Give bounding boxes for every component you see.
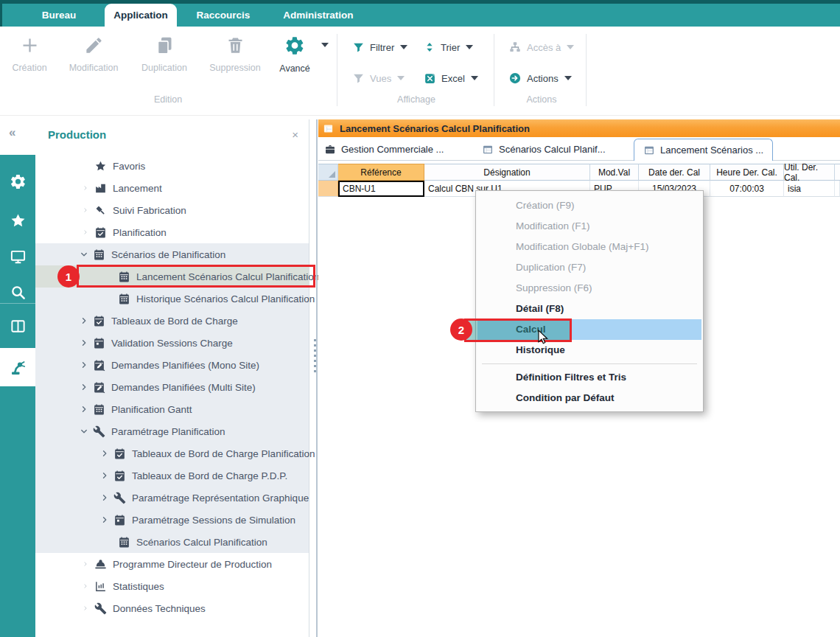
menu-item-detail[interactable]: Détail (F8)	[476, 299, 703, 319]
rail-columns-icon[interactable]	[0, 307, 35, 345]
chevron-right-icon[interactable]	[80, 361, 88, 369]
annotation-step-2: 2	[450, 318, 472, 341]
tree-item-suivi-fabrication[interactable]: Suivi Fabrication	[35, 199, 309, 221]
document-title-bar: Lancement Scénarios Calcul Planification	[318, 119, 840, 137]
chevron-right-icon[interactable]	[100, 493, 109, 502]
chevron-right-icon[interactable]	[80, 383, 88, 391]
tree-item-parametrage-planification[interactable]: Paramétrage Planification	[35, 420, 309, 442]
suppression-button[interactable]: Suppression	[204, 34, 266, 73]
doc-tab-gestion-commerciale[interactable]: Gestion Commerciale ...	[324, 139, 444, 159]
menu-item-calcul[interactable]: Calcul	[477, 319, 701, 340]
panel-splitter[interactable]	[316, 119, 318, 637]
wrench-icon	[94, 602, 107, 615]
cell-heure[interactable]: 07:00:03	[710, 181, 784, 197]
rail-search-icon[interactable]	[0, 273, 35, 311]
tree-item-planification[interactable]: Planification	[35, 221, 309, 243]
splitter-handle[interactable]	[314, 339, 316, 373]
tree-item-scenarios-calcul-planification[interactable]: Scénarios Calcul Planification	[35, 531, 309, 553]
calendar-icon	[118, 271, 130, 283]
menu-tab-raccourcis[interactable]: Raccourcis	[190, 4, 256, 27]
tree-item-tableaux-charge-planification[interactable]: Tableaux de Bord de Charge Planification	[35, 442, 309, 464]
filtrer-caret[interactable]	[400, 45, 407, 49]
chevron-right-icon[interactable]	[100, 471, 109, 480]
doc-tab-lancement-scenarios[interactable]: Lancement Scénarios ...	[634, 139, 773, 161]
menu-tab-application[interactable]: Application	[105, 4, 177, 27]
col-header-designation[interactable]: Désignation	[424, 164, 590, 181]
menu-tab-administration[interactable]: Administration	[274, 4, 363, 27]
menu-item-suppression[interactable]: Suppression (F6)	[476, 278, 703, 299]
chevron-right-icon[interactable]	[100, 449, 109, 458]
menu-item-condition-defaut[interactable]: Condition par Défaut	[476, 388, 703, 408]
modification-button[interactable]: Modification	[63, 34, 125, 73]
menu-tab-bureau[interactable]: Bureau	[29, 4, 88, 27]
excel-icon	[424, 72, 436, 85]
avance-button[interactable]: Avancé	[265, 34, 324, 74]
col-header-modval[interactable]: Mod.Val	[590, 164, 639, 181]
col-header-util[interactable]: Util. Der. Cal.	[784, 164, 835, 181]
excel-caret[interactable]	[471, 76, 478, 80]
cell-reference[interactable]: CBN-U1	[338, 181, 424, 197]
doc-tab-scenarios-calcul[interactable]: Scénarios Calcul Planif...	[482, 139, 606, 159]
acces-a-button[interactable]: Accès à	[508, 40, 574, 55]
tree-item-tableaux-charge-pdp[interactable]: Tableaux de Bord de Charge P.D.P.	[35, 464, 309, 487]
chevron-down-icon[interactable]	[80, 427, 88, 436]
tree-item-scenarios-de-planification[interactable]: Scénarios de Planification	[35, 243, 309, 265]
chevron-right-icon[interactable]	[80, 316, 88, 325]
col-header-date[interactable]: Date der. Cal	[639, 164, 710, 181]
copy-icon	[155, 35, 175, 58]
calendar-check-icon	[93, 315, 105, 327]
wrench-icon	[93, 425, 105, 438]
creation-button[interactable]: Création	[0, 34, 60, 73]
excel-button[interactable]: Excel	[424, 71, 478, 86]
tree-item-lancement[interactable]: Lancement	[35, 177, 309, 199]
tree-item-demandes-planifiees-multi[interactable]: Demandes Planifiées (Multi Site)	[35, 376, 309, 398]
cell-util[interactable]: isia	[784, 181, 835, 197]
acces-caret[interactable]	[567, 45, 574, 49]
menu-item-modification-globale[interactable]: Modification Globale (Maj+F1)	[476, 237, 703, 257]
chevron-right-icon[interactable]	[100, 515, 109, 524]
gear-icon	[284, 35, 305, 58]
collapse-panel-button[interactable]: «	[9, 125, 15, 140]
menu-item-modification[interactable]: Modification (F1)	[476, 216, 703, 237]
chevron-right-icon[interactable]	[80, 338, 88, 347]
chevron-down-icon[interactable]	[80, 250, 88, 259]
vues-caret[interactable]	[397, 76, 405, 80]
grid-select-all[interactable]	[318, 164, 338, 181]
menu-item-definition-filtres[interactable]: Définition Filtres et Tris	[476, 367, 703, 388]
menu-item-creation[interactable]: Création (F9)	[476, 195, 703, 216]
row-indicator[interactable]	[318, 181, 338, 197]
tree-item-statistiques[interactable]: Statistiques	[35, 575, 309, 597]
tree-item-favoris[interactable]: Favoris	[35, 155, 309, 177]
vues-button[interactable]: Vues	[352, 71, 405, 86]
trier-caret[interactable]	[466, 45, 473, 49]
rail-favorites-star-icon[interactable]	[0, 201, 35, 240]
wrench-icon	[113, 492, 126, 504]
briefcase-icon	[324, 144, 336, 156]
tree-item-historique-scenarios-calcul[interactable]: Historique Scénarios Calcul Planificatio…	[35, 288, 309, 310]
menu-item-duplication[interactable]: Duplication (F7)	[476, 257, 703, 278]
actions-button[interactable]: Actions	[508, 71, 572, 86]
rail-monitor-icon[interactable]	[0, 237, 35, 276]
edition-group-label: Edition	[124, 94, 212, 105]
rail-settings-wheel-icon[interactable]	[0, 162, 35, 201]
menu-item-historique[interactable]: Historique	[476, 340, 703, 361]
duplication-button[interactable]: Duplication	[133, 34, 195, 73]
trier-button[interactable]: Trier	[424, 40, 473, 55]
close-panel-icon[interactable]: ×	[292, 128, 298, 141]
tree-item-parametrage-representation[interactable]: Paramétrage Représentation Graphique	[35, 487, 309, 509]
tree-item-tableaux-bord-charge[interactable]: Tableaux de Bord de Charge	[35, 310, 309, 332]
avance-dropdown-caret[interactable]	[321, 43, 329, 47]
tree-item-donnees-techniques[interactable]: Données Techniques	[35, 597, 309, 619]
rail-robot-arm-icon[interactable]	[0, 348, 35, 386]
chevron-right-icon[interactable]	[80, 405, 88, 414]
tree-item-validation-sessions-charge[interactable]: Validation Sessions Charge	[35, 332, 309, 354]
col-header-reference[interactable]: Référence	[338, 164, 424, 181]
tree-item-programme-directeur[interactable]: Programme Directeur de Production	[35, 553, 309, 575]
tree-item-demandes-planifiees-mono[interactable]: Demandes Planifiées (Mono Site)	[35, 354, 309, 376]
col-header-heure[interactable]: Heure Der. Cal.	[710, 164, 784, 181]
tree-item-planification-gantt[interactable]: Planification Gantt	[35, 398, 309, 420]
tree-item-parametrage-sessions-simulation[interactable]: Paramétrage Sessions de Simulation	[35, 509, 309, 531]
filtrer-button[interactable]: Filtrer	[352, 40, 407, 55]
actions-caret[interactable]	[564, 76, 572, 80]
grid-header-row: Référence Désignation Mod.Val Date der. …	[318, 164, 840, 181]
